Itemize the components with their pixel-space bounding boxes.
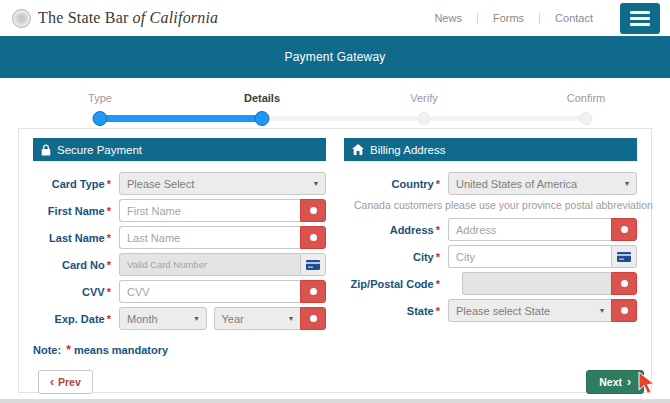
card-no-addon [300, 253, 326, 276]
dot-icon [310, 315, 317, 322]
step-label-verify: Verify [410, 92, 438, 104]
required-asterisk: * [436, 305, 440, 317]
exp-date-required-indicator[interactable] [300, 307, 326, 330]
field-row-exp-date: Exp. Date* Month▾ Year▾ [33, 307, 326, 330]
step-dot-details [255, 111, 270, 126]
top-nav: News Forms Contact [419, 3, 660, 34]
city-input[interactable] [448, 245, 611, 268]
panel-title: Billing Address [370, 144, 445, 156]
site-header: The State Barof California News Forms Co… [0, 0, 670, 36]
next-button[interactable]: Next› [586, 370, 644, 394]
brand-name: The State Barof California [38, 9, 218, 27]
cvv-required-indicator[interactable] [300, 280, 326, 303]
billing-address-panel: Billing Address Country* United States o… [344, 138, 637, 357]
chevron-down-icon: ▾ [289, 314, 293, 323]
exp-year-select[interactable]: Year▾ [214, 307, 301, 330]
dot-icon [621, 307, 628, 314]
chevron-left-icon: ‹ [50, 376, 54, 388]
field-row-first-name: First Name* [33, 199, 326, 222]
dot-icon [621, 280, 628, 287]
chevron-down-icon: ▾ [194, 314, 198, 323]
city-addon [611, 245, 637, 268]
zip-required-indicator[interactable] [611, 272, 637, 295]
address-required-indicator[interactable] [611, 218, 637, 241]
field-row-city: City* [344, 245, 637, 268]
required-asterisk: * [107, 205, 111, 217]
first-name-input[interactable] [119, 199, 300, 222]
credit-card-icon [617, 252, 631, 262]
state-label: State* [344, 305, 440, 317]
address-input[interactable] [448, 218, 611, 241]
address-label: Address* [344, 224, 440, 236]
nav-link-news[interactable]: News [419, 12, 477, 24]
exp-month-select[interactable]: Month▾ [119, 307, 207, 330]
field-row-cvv: CVV* [33, 280, 326, 303]
last-name-label: Last Name* [33, 232, 111, 244]
lock-icon [41, 144, 51, 156]
country-select[interactable]: United States of America▾ [448, 172, 637, 195]
first-name-required-indicator[interactable] [300, 199, 326, 222]
required-asterisk: * [107, 259, 111, 271]
prev-button[interactable]: ‹Prev [38, 370, 93, 394]
brand-logo[interactable]: The State Barof California [12, 9, 218, 28]
canada-postal-note: Canada customers please use your provinc… [354, 199, 637, 211]
cvv-label: CVV* [33, 286, 111, 298]
step-label-details: Details [244, 92, 280, 104]
cvv-input[interactable] [119, 280, 300, 303]
chevron-right-icon: › [627, 376, 631, 388]
required-asterisk: * [436, 224, 440, 236]
card-type-select[interactable]: Please Select▾ [119, 172, 326, 195]
zip-input [462, 272, 611, 295]
required-asterisk: * [107, 232, 111, 244]
field-row-country: Country* United States of America▾ [344, 172, 637, 195]
required-asterisk: * [107, 178, 111, 190]
home-icon [352, 144, 364, 155]
country-label: Country* [344, 178, 440, 190]
dot-icon [310, 207, 317, 214]
page-bottom-divider [0, 399, 670, 403]
required-asterisk: * [436, 278, 440, 290]
hamburger-menu-icon[interactable] [620, 3, 660, 34]
nav-link-forms[interactable]: Forms [478, 12, 539, 24]
state-required-indicator[interactable] [611, 299, 637, 322]
field-row-address: Address* [344, 218, 637, 241]
step-label-confirm: Confirm [567, 92, 606, 104]
dot-icon [621, 226, 628, 233]
last-name-input[interactable] [119, 226, 300, 249]
credit-card-icon [306, 260, 320, 270]
step-dot-type [93, 111, 108, 126]
progress-stepper: Type Details Verify Confirm [0, 86, 670, 132]
field-row-last-name: Last Name* [33, 226, 326, 249]
step-label-type: Type [88, 92, 112, 104]
exp-date-label: Exp. Date* [33, 313, 111, 325]
chevron-down-icon: ▾ [314, 179, 318, 188]
field-row-zip: Zip/Postal Code* [344, 272, 637, 295]
secure-payment-header: Secure Payment [33, 138, 326, 161]
card-type-label: Card Type* [33, 178, 111, 190]
nav-link-contact[interactable]: Contact [540, 12, 608, 24]
dot-icon [310, 288, 317, 295]
required-asterisk: * [107, 313, 111, 325]
stepper-progress-fill [100, 115, 262, 122]
required-asterisk: * [436, 178, 440, 190]
secure-payment-panel: Secure Payment Card Type* Please Select▾… [33, 138, 326, 357]
state-bar-seal-icon [12, 9, 31, 28]
card-no-input [119, 253, 300, 276]
card-no-label: Card No* [33, 259, 111, 271]
required-asterisk: * [107, 286, 111, 298]
form-footer: ‹Prev Next› [33, 370, 637, 394]
mandatory-note: Note: * means mandatory [33, 343, 326, 357]
payment-form-card: Secure Payment Card Type* Please Select▾… [18, 128, 652, 393]
last-name-required-indicator[interactable] [300, 226, 326, 249]
field-row-card-no: Card No* [33, 253, 326, 276]
chevron-down-icon: ▾ [625, 179, 629, 188]
brand-name-italic: of California [133, 9, 219, 26]
billing-address-header: Billing Address [344, 138, 637, 161]
chevron-down-icon: ▾ [600, 306, 604, 315]
page-banner: Payment Gateway [0, 36, 670, 78]
required-asterisk: * [436, 251, 440, 263]
state-select[interactable]: Please select State▾ [448, 299, 611, 322]
dot-icon [310, 234, 317, 241]
page-title: Payment Gateway [284, 50, 385, 64]
city-label: City* [344, 251, 440, 263]
